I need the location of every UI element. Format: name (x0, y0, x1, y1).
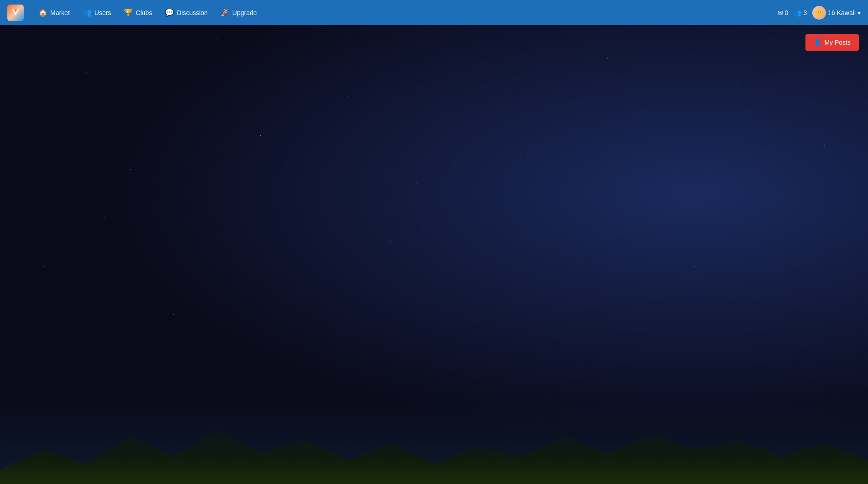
nav-users[interactable]: 👥 Users (77, 5, 117, 20)
nav-clubs[interactable]: 🏆 Clubs (118, 5, 158, 20)
nav-clubs-label: Clubs (136, 9, 152, 16)
nav-upgrade[interactable]: 🚀 Upgrade (215, 5, 263, 20)
nav-discussion-label: Discussion (177, 9, 208, 16)
nav-market[interactable]: 🏠 Market (33, 5, 75, 20)
mail-count: 0 (785, 9, 789, 16)
upgrade-icon: 🚀 (221, 8, 230, 17)
nav-upgrade-label: Upgrade (232, 9, 257, 16)
nav-users-label: Users (95, 9, 111, 16)
friends-item[interactable]: 👥 3 (794, 9, 807, 16)
scenery (0, 393, 868, 484)
person-icon: 👤 (814, 39, 821, 46)
my-posts-button[interactable]: 👤 My Posts (805, 34, 859, 51)
navbar-right: ✉ 0 👥 3 🙂 16 Kawaii ▾ (778, 6, 861, 20)
notifications-item[interactable]: 🙂 16 Kawaii ▾ (812, 6, 861, 20)
username: Kawaii (837, 9, 856, 16)
friends-icon: 👥 (794, 9, 801, 16)
avatar: 🙂 (812, 6, 826, 20)
nav-market-label: Market (50, 9, 70, 16)
navbar-items: 🏠 Market 👥 Users 🏆 Clubs 💬 Discussion 🚀 … (33, 5, 774, 20)
mail-icon: ✉ (778, 9, 783, 16)
market-icon: 🏠 (38, 8, 47, 17)
navbar-brand[interactable] (7, 5, 24, 21)
nav-discussion[interactable]: 💬 Discussion (159, 5, 213, 20)
notif-count: 16 (828, 9, 835, 16)
users-icon: 👥 (83, 8, 92, 17)
discussion-icon: 💬 (165, 8, 174, 17)
my-posts-label: My Posts (824, 39, 851, 46)
navbar-logo (7, 5, 24, 21)
dropdown-icon: ▾ (857, 9, 861, 16)
mail-item[interactable]: ✉ 0 (778, 9, 789, 16)
clubs-icon: 🏆 (124, 8, 133, 17)
friends-count: 3 (803, 9, 807, 16)
navbar: 🏠 Market 👥 Users 🏆 Clubs 💬 Discussion 🚀 … (0, 0, 868, 25)
